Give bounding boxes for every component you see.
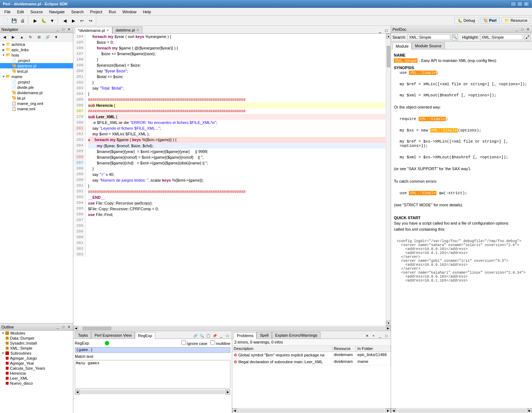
hscroll-right-button[interactable]: ▶ [386,326,391,331]
nav-item-test[interactable]: 🐪 test.pl [0,68,73,74]
perldoc-hscroll[interactable]: ◀ ▶ [391,408,532,413]
resource-perspective-button[interactable]: 📁 Resource [501,17,531,24]
problems-hscroll[interactable]: ◀ ▶ [232,408,391,413]
menu-navigate[interactable]: Navigate [47,9,68,15]
outline-item-xml-simple[interactable]: XML::Simple [0,346,73,351]
navigator-maximize-button[interactable]: □ [61,27,66,32]
nav-item-achirica[interactable]: ▶ 📁 achirica [0,42,73,47]
regexp-btn1[interactable]: 🔗 [192,333,198,338]
scroll-down-button[interactable]: ▼ [386,321,391,326]
nav-item-kk[interactable]: 🐪 kk.pl [0,95,73,101]
nav-item-hola-project[interactable]: 📄 .project [0,58,73,63]
debug-perspective-button[interactable]: 🐛 Debug [454,17,478,24]
scroll-thumb[interactable] [387,46,390,67]
problem-row-1[interactable]: ⊗ Global symbol "$xm" requires explicit … [232,352,391,359]
new-button[interactable]: 📄 [1,17,9,25]
run-button[interactable]: ▶ [31,17,39,25]
tab-close-button[interactable]: ✕ [106,29,109,32]
nav-forward-button[interactable]: ▶ [9,33,17,41]
regexp-btn2[interactable]: 🔍 [199,333,205,338]
tab-dividemame[interactable]: *dividemame.pl ✕ [75,27,112,34]
nav-refresh-button[interactable]: ↻ [26,33,34,41]
outline-section-subroutines[interactable]: ▼ Subroutines [0,351,73,356]
prob-hscroll-left[interactable]: ◀ [232,408,237,413]
menu-run[interactable]: Run [106,9,119,15]
perldoc-highlight-input[interactable] [480,34,523,40]
nav-item-mame[interactable]: ▼ 📂 mame [0,74,73,79]
scroll-track[interactable] [386,39,391,321]
editor-scrollbar[interactable]: ▲ ▼ [386,34,391,326]
perldoc-minimize-button[interactable]: _ [514,27,519,32]
editor-maximize-button[interactable]: □ [384,28,389,33]
save-button[interactable]: 💾 [10,17,18,25]
problems-maximize-button[interactable]: □ [384,333,389,338]
outline-item-herencia[interactable]: Herencia [0,371,73,376]
outline-maximize-button[interactable]: □ [61,325,66,330]
perldoc-search-button[interactable]: 🔍 [452,34,458,40]
nav-item-mame-xml[interactable]: 📋 mame.xml [0,106,73,111]
forward-button[interactable]: ▶ [69,17,77,25]
nav-item-mame-org-xml[interactable]: 📋 mame_org.xml [0,101,73,106]
perldoc-tab-module[interactable]: Module [392,43,412,49]
outline-section-modules[interactable]: ▼ Modules [0,331,73,336]
tab-explain-errors[interactable]: Explain Errors/Warnings [272,332,321,338]
problems-close-button[interactable]: ✕ [364,333,370,338]
perl-perspective-button[interactable]: 🐪 Perl [480,17,500,24]
regexp-minimize-button[interactable]: _ [218,333,224,338]
perldoc-maximize-button[interactable]: □ [520,27,525,32]
match-hscroll-track[interactable] [80,390,225,394]
prob-hscroll-track[interactable] [238,409,385,413]
perldoc-tab-source[interactable]: Module Source [412,42,445,49]
outline-item-agregar-juego[interactable]: Agregar_Juego [0,356,73,361]
debug-run-button[interactable]: 🐛 [40,17,48,25]
outline-item-data-dumper[interactable]: Data::Dumper [0,336,73,341]
menu-help[interactable]: Help [140,9,154,15]
nav-link-button[interactable]: 🔗 [44,33,52,41]
regexp-btn4[interactable]: 📌 [212,333,218,338]
outline-tree[interactable]: ▼ Modules Data::Dumper Sysadm::Install X… [0,331,73,413]
match-hscroll-right[interactable]: ▶ [225,390,230,395]
navigator-close-button[interactable]: ✕ [67,27,72,32]
navigator-tree[interactable]: ▶ 📁 achirica ▶ 📁 epic_links ▼ 📂 hola [0,42,73,323]
code-editor[interactable]: 194 195 196 197 198 199 200 201 202 203 … [73,34,386,326]
outline-item-calcula[interactable]: Calcula_Size_Years [0,366,73,371]
match-text-area[interactable]: Many games [75,360,230,389]
editor-minimize-button[interactable]: _ [377,28,383,33]
problems-minimize-button[interactable]: _ [377,333,383,338]
menu-window[interactable]: Window [119,9,139,15]
menu-file[interactable]: File [1,9,14,15]
nav-up-button[interactable]: ▲ [18,33,26,41]
tab-perl-expression[interactable]: Perl Expression View [91,332,135,338]
outline-item-nuevo-disco[interactable]: Nuevo_disco [0,381,73,386]
perldoc-highlight-button[interactable]: 🖍 [524,34,531,40]
perldoc-hscroll-right[interactable]: ▶ [527,408,532,413]
nav-item-divide[interactable]: 📄 divide.ple [0,85,73,90]
nav-collapse-button[interactable]: ⊟ [35,33,43,41]
menu-edit[interactable]: Edit [14,9,27,15]
prob-hscroll-right[interactable]: ▶ [386,408,391,413]
tab-datetime[interactable]: datetime.pl ✕ [112,27,142,33]
nav-menu-button[interactable]: ▼ [52,33,60,41]
tab-regexp[interactable]: RegExp [135,332,155,339]
tab-spell[interactable]: Spell [257,332,272,338]
nav-item-hola[interactable]: ▼ 📂 hola [0,52,73,58]
problems-add-button[interactable]: + [371,333,376,338]
menu-search[interactable]: Search [68,9,87,15]
tab-close-button[interactable]: ✕ [136,28,139,32]
outline-item-agregar-year[interactable]: Agregar_Year [0,361,73,366]
match-hscroll-left[interactable]: ◀ [75,390,80,395]
perldoc-hscroll-left[interactable]: ◀ [391,408,396,413]
regexp-maximize-button[interactable]: □ [225,333,230,338]
hscroll-track[interactable] [79,327,385,330]
run-config-button[interactable]: ▼ [48,17,56,25]
outline-item-leer-xml[interactable]: Leer_XML [0,376,73,381]
regexp-btn3[interactable]: 📋 [205,333,211,338]
tab-tasks[interactable]: Tasks [75,332,91,338]
problem-row-2[interactable]: ⊗ Illegal declaration of subroutine main… [232,359,391,365]
outline-close-button[interactable]: ✕ [67,325,72,330]
menu-project[interactable]: Project [87,9,105,15]
regexp-input[interactable] [75,347,230,353]
nav-item-dividemame[interactable]: 🐪 dividemame.pl [0,90,73,95]
print-button[interactable]: 🖨 [19,17,26,25]
navigator-minimize-button[interactable]: _ [55,27,60,32]
